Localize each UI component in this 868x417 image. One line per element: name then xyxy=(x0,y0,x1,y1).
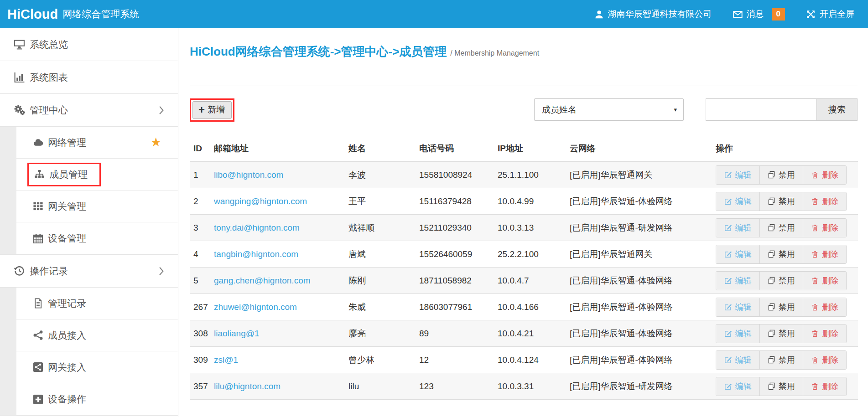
sidebar-item-network-management[interactable]: 网络管理 ★ xyxy=(16,127,178,159)
delete-button[interactable]: 删除 xyxy=(803,324,846,343)
disable-button-label: 禁用 xyxy=(779,170,795,180)
edit-button-label: 编辑 xyxy=(735,170,752,180)
delete-button[interactable]: 删除 xyxy=(803,298,846,316)
sidebar-item-system-charts[interactable]: 系统图表 xyxy=(0,61,178,94)
delete-button-label: 删除 xyxy=(822,249,838,260)
member-email-link[interactable]: tony.dai@hignton.com xyxy=(214,223,300,232)
disable-button[interactable]: 禁用 xyxy=(759,298,803,316)
sidebar-item-label: 管理中心 xyxy=(30,104,68,117)
edit-button[interactable]: 编辑 xyxy=(716,192,759,211)
sidebar-item-label: 系统图表 xyxy=(30,71,68,84)
delete-button[interactable]: 删除 xyxy=(803,219,846,237)
delete-button[interactable]: 删除 xyxy=(803,272,846,290)
column-header-network: 云网络 xyxy=(566,137,712,162)
row-actions: 编辑 禁用 删除 xyxy=(716,192,847,211)
sidebar-item-member-management[interactable]: 成员管理 xyxy=(16,159,178,190)
sidebar-item-management-records[interactable]: 管理记录 xyxy=(16,288,178,319)
calendar-icon xyxy=(33,233,43,244)
cell-ip: 10.0.4.99 xyxy=(494,188,566,215)
disable-button[interactable]: 禁用 xyxy=(759,245,803,263)
trash-icon xyxy=(811,197,819,205)
disable-button[interactable]: 禁用 xyxy=(759,377,803,396)
disable-button[interactable]: 禁用 xyxy=(759,351,803,369)
search-button[interactable]: 搜索 xyxy=(816,98,858,121)
edit-button[interactable]: 编辑 xyxy=(716,219,759,237)
user-icon xyxy=(594,10,604,19)
sidebar-item-management-center[interactable]: 管理中心 xyxy=(0,94,178,127)
filter-field-select[interactable]: 成员姓名 ▾ xyxy=(534,98,684,121)
member-email-link[interactable]: tangbin@hignton.com xyxy=(214,249,298,259)
sidebar-item-system-overview[interactable]: 系统总览 xyxy=(0,28,178,61)
edit-button-label: 编辑 xyxy=(735,302,752,313)
sidebar-item-device-operation[interactable]: 设备操作 xyxy=(16,383,178,415)
edit-button[interactable]: 编辑 xyxy=(716,351,759,369)
annotation-box-member-management: 成员管理 xyxy=(27,163,101,186)
edit-button[interactable]: 编辑 xyxy=(716,166,759,184)
management-center-submenu: 网络管理 ★ 成员管理 网关管理 设备管理 xyxy=(0,127,178,255)
edit-button-label: 编辑 xyxy=(735,328,752,339)
share-square-icon xyxy=(33,362,43,372)
add-button[interactable]: + 新增 xyxy=(192,101,232,119)
edit-button-label: 编辑 xyxy=(735,275,752,286)
column-header-email: 邮箱地址 xyxy=(210,137,345,162)
edit-button-label: 编辑 xyxy=(735,381,752,392)
sidebar-item-member-access[interactable]: 成员接入 xyxy=(16,319,178,351)
copy-icon xyxy=(768,303,775,311)
cell-ip: 10.0.4.124 xyxy=(494,347,566,373)
cell-ip: 10.0.3.31 xyxy=(494,373,566,400)
edit-button[interactable]: 编辑 xyxy=(716,298,759,316)
cell-ip: 10.0.4.21 xyxy=(494,320,566,347)
sidebar-item-label: 管理记录 xyxy=(48,297,86,310)
cell-network: [已启用]华辰智通网关 xyxy=(566,241,712,268)
delete-button[interactable]: 删除 xyxy=(803,192,846,211)
delete-button[interactable]: 删除 xyxy=(803,166,846,184)
search-input[interactable] xyxy=(706,98,816,121)
cell-id: 309 xyxy=(190,347,210,373)
trash-icon xyxy=(811,329,819,337)
delete-button-label: 删除 xyxy=(822,275,838,286)
edit-icon xyxy=(724,329,732,337)
fullscreen-toggle[interactable]: 开启全屏 xyxy=(806,8,854,20)
member-email-link[interactable]: libo@hignton.com xyxy=(214,170,283,180)
copy-icon xyxy=(768,356,775,364)
delete-button[interactable]: 删除 xyxy=(803,377,846,396)
member-email-link[interactable]: wangping@hignton.com xyxy=(214,196,307,206)
sidebar-item-device-management[interactable]: 设备管理 xyxy=(16,222,178,254)
fullscreen-icon xyxy=(806,10,816,19)
delete-button[interactable]: 删除 xyxy=(803,245,846,263)
envelope-icon xyxy=(733,10,743,19)
disable-button[interactable]: 禁用 xyxy=(759,324,803,343)
messages-menu[interactable]: 消息 0 xyxy=(733,8,785,21)
edit-button[interactable]: 编辑 xyxy=(716,245,759,263)
delete-button[interactable]: 删除 xyxy=(803,351,846,369)
disable-button[interactable]: 禁用 xyxy=(759,166,803,184)
app-logo-subtitle: 网络综合管理系统 xyxy=(62,8,139,21)
member-email-link[interactable]: gang.chen@hignton.com xyxy=(214,276,311,285)
sidebar-item-gateway-access[interactable]: 网关接入 xyxy=(16,351,178,383)
sidebar-item-gateway-management[interactable]: 网关管理 xyxy=(16,190,178,222)
member-email-link[interactable]: lilu@hignton.com xyxy=(214,381,281,391)
disable-button[interactable]: 禁用 xyxy=(759,219,803,237)
edit-button[interactable]: 编辑 xyxy=(716,272,759,290)
edit-button[interactable]: 编辑 xyxy=(716,324,759,343)
table-row: 4 tangbin@hignton.com 唐斌 15526460059 25.… xyxy=(190,241,858,268)
trash-icon xyxy=(811,224,819,232)
disable-button-label: 禁用 xyxy=(779,275,795,286)
star-icon[interactable]: ★ xyxy=(151,136,161,149)
edit-button[interactable]: 编辑 xyxy=(716,377,759,396)
disable-button-label: 禁用 xyxy=(779,355,795,366)
member-email-link[interactable]: zhuwei@hignton.com xyxy=(214,302,297,312)
cell-ip: 10.0.3.13 xyxy=(494,215,566,241)
sidebar-item-operation-records[interactable]: 操作记录 xyxy=(0,255,178,288)
column-header-actions: 操作 xyxy=(712,137,858,162)
disable-button[interactable]: 禁用 xyxy=(759,272,803,290)
plus-square-icon xyxy=(33,394,43,405)
member-email-link[interactable]: zsl@1 xyxy=(214,355,238,365)
bar-chart-icon xyxy=(14,72,25,83)
edit-icon xyxy=(724,171,732,179)
delete-button-label: 删除 xyxy=(822,381,838,392)
disable-button[interactable]: 禁用 xyxy=(759,192,803,211)
company-menu[interactable]: 湖南华辰智通科技有限公司 xyxy=(594,8,712,20)
sitemap-icon xyxy=(34,169,45,180)
member-email-link[interactable]: liaoliang@1 xyxy=(214,329,260,338)
